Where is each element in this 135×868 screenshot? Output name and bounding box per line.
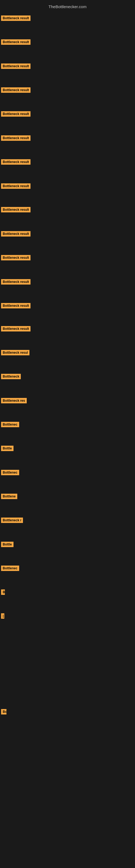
bottleneck-item: Bottleneck result	[1, 279, 31, 284]
bottleneck-item: Bottleneck resul	[1, 350, 30, 355]
bottleneck-badge: Bottleneck res	[1, 398, 27, 403]
bottleneck-badge: Bottleneck result	[1, 207, 31, 212]
bottleneck-badge: Bottleneck result	[1, 255, 31, 260]
bottleneck-item: Bottleneck result	[1, 255, 31, 260]
bottleneck-item: Bottleneck result	[1, 159, 31, 165]
bottleneck-badge: Bottle	[1, 542, 13, 547]
bottleneck-badge: Bottleneck result	[1, 303, 31, 308]
bottleneck-item: Bottleneck result	[1, 207, 31, 212]
bottleneck-item: Bottlenec	[1, 565, 19, 571]
bottleneck-item: Bottleneck result	[1, 16, 31, 21]
bottleneck-badge: Bottle	[1, 446, 13, 451]
bottleneck-badge: Bottleneck result	[1, 87, 31, 93]
bottleneck-item: Bottleneck result	[1, 303, 31, 308]
bottleneck-badge: Bottleneck result	[1, 111, 31, 117]
bottleneck-item: Bottle	[1, 542, 13, 547]
bottleneck-item: Bottleneck result	[1, 135, 31, 141]
bottleneck-item: Bottlenec	[1, 422, 19, 427]
bottleneck-badge: Bottleneck result	[1, 16, 31, 21]
bottleneck-badge: Bottleneck result	[1, 279, 31, 284]
bottleneck-badge: Bottleneck result	[1, 159, 31, 165]
bottleneck-item: Bottleneck res	[1, 398, 27, 403]
bottleneck-badge: Bottlenec	[1, 565, 19, 571]
bottleneck-badge: Bo	[1, 709, 6, 714]
page-container: TheBottlenecker.com Bottleneck resultBot…	[0, 0, 135, 868]
bottleneck-item: Bottleneck result	[1, 326, 31, 332]
bottleneck-badge: Bottlene	[1, 494, 17, 499]
bottleneck-badge: B	[1, 589, 5, 595]
bottleneck-item: Bottlenec	[1, 470, 19, 475]
bottleneck-badge: Bottleneck r	[1, 518, 23, 523]
bottleneck-badge: Bottleneck resul	[1, 350, 30, 355]
bottleneck-item: Bottleneck result	[1, 63, 31, 69]
bottleneck-item: Bottleneck result	[1, 111, 31, 117]
bottleneck-badge: Bottleneck result	[1, 231, 31, 237]
bottleneck-item: B	[1, 589, 5, 595]
bottleneck-item: Bottleneck result	[1, 39, 31, 45]
bottleneck-item: Bo	[1, 709, 6, 714]
bottleneck-item: |	[1, 613, 4, 619]
bottleneck-badge: Bottleneck result	[1, 135, 31, 141]
bottleneck-item: Bottleneck r	[1, 518, 23, 523]
bottleneck-badge: Bottleneck result	[1, 326, 31, 332]
bottleneck-badge: Bottleneck result	[1, 183, 31, 189]
bottleneck-badge: Bottlenec	[1, 470, 19, 475]
bottleneck-item: Bottleneck	[1, 374, 21, 379]
bottleneck-item: Bottleneck result	[1, 231, 31, 237]
site-title: TheBottlenecker.com	[0, 2, 135, 11]
bottleneck-badge: Bottlenec	[1, 422, 19, 427]
bottleneck-badge: Bottleneck	[1, 374, 21, 379]
bottleneck-item: Bottlene	[1, 494, 17, 499]
bottleneck-badge: Bottleneck result	[1, 63, 31, 69]
bottleneck-item: Bottleneck result	[1, 87, 31, 93]
bottleneck-badge: Bottleneck result	[1, 39, 31, 45]
bottleneck-item: Bottle	[1, 446, 13, 451]
bottleneck-badge: |	[1, 613, 4, 619]
bottleneck-item: Bottleneck result	[1, 183, 31, 189]
